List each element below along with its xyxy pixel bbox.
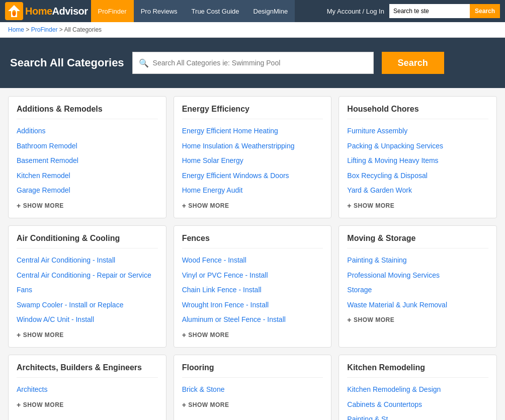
nav-true-cost[interactable]: True Cost Guide	[185, 0, 246, 22]
category-link[interactable]: Central Air Conditioning - Install	[17, 256, 158, 266]
list-item: Professional Moving Services	[347, 271, 488, 281]
category-link[interactable]: Home Energy Audit	[182, 186, 323, 196]
category-link[interactable]: Yard & Garden Work	[347, 186, 488, 196]
category-title: Energy Efficiency	[182, 105, 323, 119]
category-link[interactable]: Box Recycling & Disposal	[347, 171, 488, 181]
show-more-button[interactable]: + SHOW MORE	[182, 401, 323, 409]
search-bar: 🔍	[132, 52, 374, 74]
search-input[interactable]	[153, 59, 367, 67]
list-item: Central Air Conditioning - Install	[17, 256, 158, 266]
nav-search-input[interactable]	[389, 4, 470, 18]
plus-icon: +	[17, 202, 21, 210]
category-link[interactable]: Home Insulation & Weatherstripping	[182, 141, 323, 151]
list-item: Storage	[347, 285, 488, 295]
category-card-household-chores: Household ChoresFurniture AssemblyPackin…	[339, 96, 497, 218]
category-list: Wood Fence - InstallVinyl or PVC Fence -…	[182, 256, 323, 325]
category-title: Kitchen Remodeling	[347, 363, 488, 378]
list-item: Energy Efficient Windows & Doors	[182, 171, 323, 181]
list-item: Cabinets & Countertops	[347, 400, 488, 410]
navbar: HomeAdvisor ProFinder Pro Reviews True C…	[0, 0, 505, 22]
category-card-energy-efficiency: Energy EfficiencyEnergy Efficient Home H…	[174, 96, 332, 218]
category-link[interactable]: Vinyl or PVC Fence - Install	[182, 271, 323, 281]
category-link[interactable]: Professional Moving Services	[347, 271, 488, 281]
category-link[interactable]: Lifting & Moving Heavy Items	[347, 156, 488, 166]
category-list: Central Air Conditioning - InstallCentra…	[17, 256, 158, 325]
nav-profinder[interactable]: ProFinder	[91, 0, 134, 22]
show-more-button[interactable]: + SHOW MORE	[182, 331, 323, 339]
list-item: Additions	[17, 126, 158, 136]
nav-account-login[interactable]: My Account / Log In	[327, 8, 384, 15]
logo[interactable]: HomeAdvisor	[5, 2, 88, 20]
category-card-additions-remodels: Additions & RemodelsAdditionsBathroom Re…	[8, 96, 166, 218]
nav-pro-reviews[interactable]: Pro Reviews	[134, 0, 185, 22]
category-link[interactable]: Energy Efficient Windows & Doors	[182, 171, 323, 181]
category-list: AdditionsBathroom RemodelBasement Remode…	[17, 126, 158, 196]
category-list: Architects	[17, 385, 158, 395]
breadcrumb-home[interactable]: Home	[8, 26, 24, 33]
category-link[interactable]: Window A/C Unit - Install	[17, 315, 158, 325]
show-more-button[interactable]: + SHOW MORE	[182, 202, 323, 210]
category-link[interactable]: Additions	[17, 126, 158, 136]
category-card-moving-storage: Moving & StoragePainting & StainingProfe…	[339, 225, 497, 348]
category-card-architects: Architects, Builders & EngineersArchitec…	[8, 355, 166, 420]
category-link[interactable]: Wood Fence - Install	[182, 256, 323, 266]
category-list: Energy Efficient Home HeatingHome Insula…	[182, 126, 323, 196]
categories-grid: Additions & RemodelsAdditionsBathroom Re…	[0, 88, 505, 420]
category-title: Additions & Remodels	[17, 105, 158, 119]
list-item: Architects	[17, 385, 158, 395]
svg-point-3	[13, 12, 16, 16]
show-more-button[interactable]: + SHOW MORE	[347, 316, 488, 324]
plus-icon: +	[17, 331, 21, 339]
category-list: Furniture AssemblyPacking & Unpacking Se…	[347, 126, 488, 196]
nav-search-button[interactable]: Search	[470, 4, 500, 18]
category-link[interactable]: Kitchen Remodel	[17, 171, 158, 181]
list-item: Painting & Staining	[347, 256, 488, 266]
category-link[interactable]: Architects	[17, 385, 158, 395]
category-link[interactable]: Fans	[17, 285, 158, 295]
category-title: Moving & Storage	[347, 234, 488, 248]
category-link[interactable]: Wrought Iron Fence - Install	[182, 300, 323, 310]
category-card-flooring: FlooringBrick & Stone+ SHOW MORE	[174, 355, 332, 420]
category-link[interactable]: Aluminum or Steel Fence - Install	[182, 315, 323, 325]
category-link[interactable]: Home Solar Energy	[182, 156, 323, 166]
list-item: Garage Remodel	[17, 186, 158, 196]
category-link[interactable]: Energy Efficient Home Heating	[182, 126, 323, 136]
list-item: Furniture Assembly	[347, 126, 488, 136]
category-link[interactable]: Painting & St...	[347, 414, 488, 420]
category-link[interactable]: Swamp Cooler - Install or Replace	[17, 300, 158, 310]
search-button[interactable]: Search	[382, 52, 444, 74]
list-item: Chain Link Fence - Install	[182, 285, 323, 295]
category-link[interactable]: Kitchen Remodeling & Design	[347, 385, 488, 395]
list-item: Box Recycling & Disposal	[347, 171, 488, 181]
category-title: Flooring	[182, 363, 323, 378]
category-title: Fences	[182, 234, 323, 248]
list-item: Yard & Garden Work	[347, 186, 488, 196]
category-title: Household Chores	[347, 105, 488, 119]
show-more-button[interactable]: + SHOW MORE	[347, 202, 488, 210]
category-link[interactable]: Brick & Stone	[182, 385, 323, 395]
nav-designmine[interactable]: DesignMine	[246, 0, 295, 22]
category-link[interactable]: Storage	[347, 285, 488, 295]
category-card-fences: FencesWood Fence - InstallVinyl or PVC F…	[174, 225, 332, 348]
category-link[interactable]: Cabinets & Countertops	[347, 400, 488, 410]
plus-icon: +	[182, 331, 187, 339]
category-link[interactable]: Painting & Staining	[347, 256, 488, 266]
category-list: Brick & Stone	[182, 385, 323, 395]
category-link[interactable]: Chain Link Fence - Install	[182, 285, 323, 295]
category-link[interactable]: Garage Remodel	[17, 186, 158, 196]
show-more-button[interactable]: + SHOW MORE	[17, 202, 158, 210]
logo-text: HomeAdvisor	[25, 6, 88, 17]
breadcrumb-profinder[interactable]: ProFinder	[31, 26, 58, 33]
show-more-button[interactable]: + SHOW MORE	[17, 401, 158, 409]
category-link[interactable]: Basement Remodel	[17, 156, 158, 166]
category-link[interactable]: Bathroom Remodel	[17, 141, 158, 151]
category-link[interactable]: Furniture Assembly	[347, 126, 488, 136]
list-item: Waste Material & Junk Removal	[347, 300, 488, 310]
list-item: Wood Fence - Install	[182, 256, 323, 266]
show-more-button[interactable]: + SHOW MORE	[17, 331, 158, 339]
breadcrumb-current: All Categories	[64, 26, 102, 33]
category-link[interactable]: Packing & Unpacking Services	[347, 141, 488, 151]
list-item: Bathroom Remodel	[17, 141, 158, 151]
category-link[interactable]: Waste Material & Junk Removal	[347, 300, 488, 310]
category-link[interactable]: Central Air Conditioning - Repair or Ser…	[17, 271, 158, 281]
